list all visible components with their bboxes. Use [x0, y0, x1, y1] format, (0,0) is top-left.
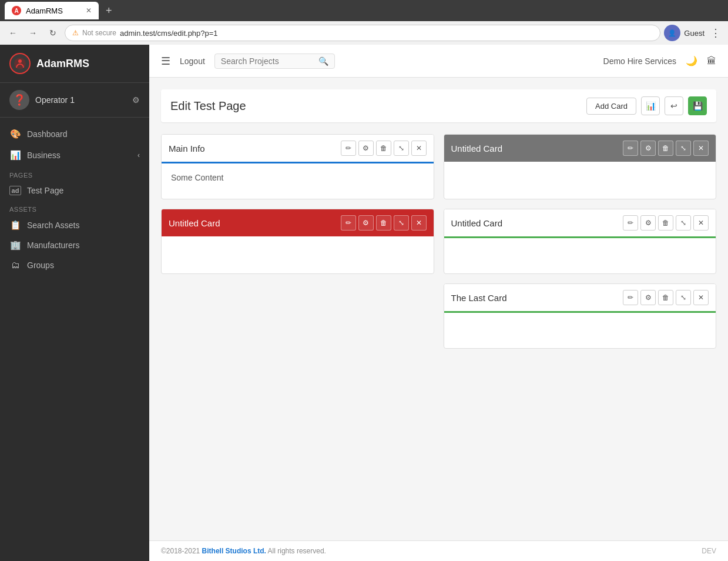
sidebar-item-test-page[interactable]: ad Test Page — [0, 181, 149, 200]
chart-icon: 📊 — [646, 101, 656, 111]
browser-menu-button[interactable]: ⋮ — [708, 26, 723, 39]
app-container: AdamRMS ❓ Operator 1 ⚙ 🎨 Dashboard 📊 Bus… — [0, 45, 728, 561]
card-close-button[interactable]: ✕ — [411, 215, 427, 231]
card-settings-button[interactable]: ⚙ — [358, 141, 374, 156]
header-actions: Add Card 📊 ↩ 💾 — [586, 96, 707, 115]
card-title: Untitled Card — [451, 218, 623, 228]
new-tab-button[interactable]: + — [103, 5, 115, 17]
sidebar: AdamRMS ❓ Operator 1 ⚙ 🎨 Dashboard 📊 Bus… — [0, 45, 149, 561]
card-edit-button[interactable]: ✏ — [623, 141, 638, 156]
history-button[interactable]: ↩ — [665, 96, 683, 115]
card-settings-button[interactable]: ⚙ — [640, 290, 656, 305]
browser-chrome: A AdamRMS ✕ + — [0, 0, 728, 21]
card-body — [162, 236, 434, 272]
logo-text: AdamRMS — [36, 58, 89, 70]
search-assets-icon: 📋 — [9, 220, 21, 231]
main-area: ☰ Logout 🔍 Demo Hire Services 🌙 🏛 Edit T… — [149, 45, 728, 561]
profile-label: Guest — [684, 29, 704, 38]
card-delete-button[interactable]: 🗑 — [658, 215, 673, 231]
reload-button[interactable]: ↻ — [45, 25, 61, 41]
sidebar-item-dashboard[interactable]: 🎨 Dashboard — [0, 123, 149, 145]
forward-button[interactable]: → — [25, 25, 41, 41]
card-edit-button[interactable]: ✏ — [623, 290, 638, 305]
card-actions: ✏ ⚙ 🗑 ⤡ ✕ — [341, 215, 427, 231]
profile-button[interactable]: 👤 — [664, 25, 680, 41]
dark-mode-icon[interactable]: 🌙 — [686, 55, 697, 66]
card-expand-button[interactable]: ⤡ — [676, 215, 691, 231]
chart-button[interactable]: 📊 — [641, 96, 660, 115]
card-expand-button[interactable]: ⤡ — [394, 141, 409, 156]
card-delete-button[interactable]: 🗑 — [376, 215, 391, 231]
sidebar-sub-item-label: Test Page — [27, 186, 63, 195]
card-expand-button[interactable]: ⤡ — [394, 215, 409, 231]
card-delete-button[interactable]: 🗑 — [658, 141, 673, 156]
search-input[interactable] — [221, 56, 315, 66]
tab-favicon: A — [12, 6, 21, 15]
card-expand-button[interactable]: ⤡ — [676, 290, 691, 305]
save-button[interactable]: 💾 — [688, 96, 707, 115]
card-close-button[interactable]: ✕ — [693, 215, 709, 231]
browser-tab[interactable]: A AdamRMS ✕ — [5, 2, 99, 19]
card-title: The Last Card — [451, 293, 623, 303]
svg-point-1 — [18, 59, 22, 63]
back-button[interactable]: ← — [5, 25, 21, 41]
address-prefix: Not secure — [82, 29, 116, 37]
sidebar-item-manufacturers[interactable]: 🏢 Manufacturers — [0, 235, 149, 255]
search-icon[interactable]: 🔍 — [318, 56, 328, 66]
card-body — [444, 313, 716, 348]
card-settings-button[interactable]: ⚙ — [640, 141, 656, 156]
card-edit-button[interactable]: ✏ — [341, 141, 356, 156]
sidebar-sub-item-label: Manufacturers — [27, 241, 79, 250]
card-actions: ✏ ⚙ 🗑 ⤡ ✕ — [623, 290, 709, 305]
settings-icon[interactable]: ⚙ — [132, 95, 140, 105]
user-avatar: ❓ — [9, 90, 29, 110]
hamburger-icon[interactable]: ☰ — [161, 55, 170, 68]
footer-dev-label: DEV — [702, 547, 716, 555]
address-bar[interactable]: ⚠ Not secure admin.test/cms/edit.php?p=1 — [65, 25, 660, 41]
card-close-button[interactable]: ✕ — [693, 290, 709, 305]
card-expand-button[interactable]: ⤡ — [676, 141, 691, 156]
card-content: Some Content — [171, 173, 224, 182]
sidebar-logo: AdamRMS — [0, 45, 149, 83]
sidebar-item-search-assets[interactable]: 📋 Search Assets — [0, 215, 149, 235]
chevron-icon: ‹ — [137, 151, 140, 159]
card-title: Untitled Card — [451, 143, 623, 153]
save-icon: 💾 — [693, 101, 703, 111]
card-delete-button[interactable]: 🗑 — [376, 141, 391, 156]
logo-icon — [9, 53, 31, 74]
card-header: Untitled Card ✏ ⚙ 🗑 ⤡ ✕ — [444, 135, 716, 162]
footer-company-link[interactable]: Bithell Studios Ltd. — [202, 547, 266, 555]
card-edit-button[interactable]: ✏ — [341, 215, 356, 231]
add-card-button[interactable]: Add Card — [586, 98, 636, 115]
logout-button[interactable]: Logout — [180, 56, 205, 66]
card-body — [444, 162, 716, 197]
sidebar-nav: 🎨 Dashboard 📊 Business ‹ PAGES ad Test P… — [0, 118, 149, 561]
card-untitled-3: Untitled Card ✏ ⚙ 🗑 ⤡ ✕ — [444, 209, 717, 274]
card-delete-button[interactable]: 🗑 — [658, 290, 673, 305]
footer-suffix: All rights reserved. — [266, 547, 326, 555]
page-title: Edit Test Page — [170, 99, 586, 113]
building-icon[interactable]: 🏛 — [707, 56, 716, 66]
sidebar-item-business[interactable]: 📊 Business ‹ — [0, 145, 149, 166]
card-untitled-1: Untitled Card ✏ ⚙ 🗑 ⤡ ✕ — [444, 134, 717, 199]
card-edit-button[interactable]: ✏ — [623, 215, 638, 231]
card-last: The Last Card ✏ ⚙ 🗑 ⤡ ✕ — [444, 283, 717, 349]
card-settings-button[interactable]: ⚙ — [358, 215, 374, 231]
security-icon: ⚠ — [72, 29, 79, 37]
footer-copyright-text: ©2018-2021 — [161, 547, 202, 555]
top-nav: ☰ Logout 🔍 Demo Hire Services 🌙 🏛 — [149, 45, 728, 78]
card-settings-button[interactable]: ⚙ — [640, 215, 656, 231]
card-close-button[interactable]: ✕ — [693, 141, 709, 156]
card-header: The Last Card ✏ ⚙ 🗑 ⤡ ✕ — [444, 284, 716, 313]
card-close-button[interactable]: ✕ — [411, 141, 427, 156]
dashboard-icon: 🎨 — [9, 129, 21, 139]
sidebar-item-groups[interactable]: 🗂 Groups — [0, 255, 149, 275]
assets-section-label: ASSETS — [0, 200, 149, 215]
tab-close-button[interactable]: ✕ — [86, 6, 92, 15]
business-icon: 📊 — [9, 150, 21, 161]
search-box: 🔍 — [214, 54, 335, 69]
address-text: admin.test/cms/edit.php?p=1 — [120, 29, 218, 38]
sidebar-item-label: Dashboard — [27, 129, 68, 139]
browser-controls: ← → ↻ ⚠ Not secure admin.test/cms/edit.p… — [0, 21, 728, 45]
sidebar-user: ❓ Operator 1 ⚙ — [0, 83, 149, 118]
